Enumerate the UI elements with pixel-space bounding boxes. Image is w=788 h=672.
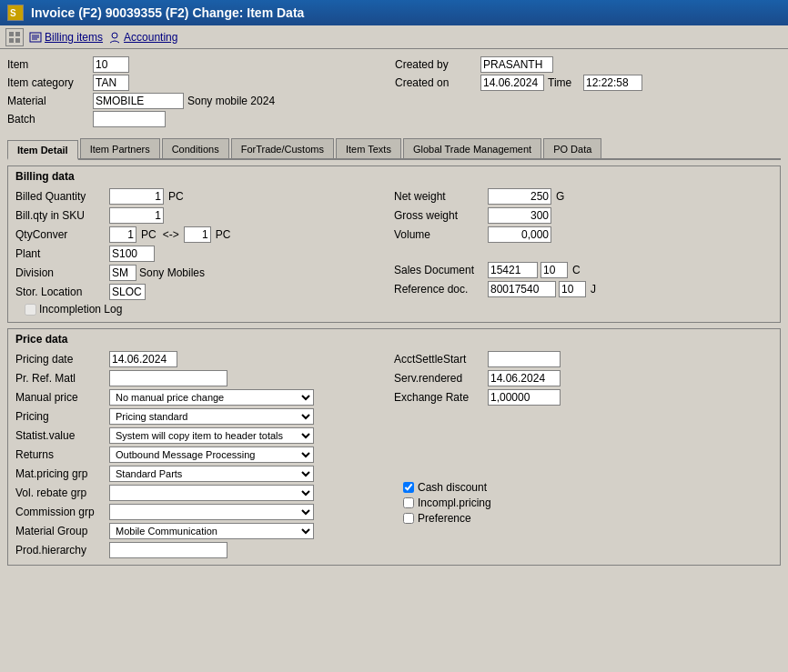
time-input[interactable] xyxy=(583,75,642,91)
sales-doc-item[interactable] xyxy=(540,262,568,278)
billed-qty-row: Billed Quantity PC xyxy=(15,188,385,205)
acct-settle-start-input[interactable] xyxy=(488,351,561,367)
acct-settle-start-label: AcctSettleStart xyxy=(394,353,485,366)
incompl-pricing-row: Incompl.pricing xyxy=(394,496,763,509)
manual-price-select[interactable]: No manual price change Manual price chan… xyxy=(109,389,314,406)
billing-items-label: Billing items xyxy=(45,31,103,44)
material-label: Material xyxy=(7,95,89,107)
pricing-row: Pricing Pricing standard Pricing type A xyxy=(15,408,385,425)
cash-discount-checkbox[interactable] xyxy=(403,482,414,493)
price-left: Pricing date Pr. Ref. Matl Manual price … xyxy=(15,351,394,561)
price-data-title: Price data xyxy=(15,333,773,346)
tab-item-texts[interactable]: Item Texts xyxy=(336,138,401,158)
qty-conver-val2[interactable] xyxy=(184,226,211,243)
stor-loc-input[interactable] xyxy=(109,284,146,300)
sales-doc-label: Sales Document xyxy=(394,264,485,276)
incompletion-log-row: Incompletion Log xyxy=(25,303,385,316)
tab-po-data[interactable]: PO Data xyxy=(543,138,601,158)
incompletion-log-checkbox[interactable] xyxy=(25,304,36,316)
svg-rect-3 xyxy=(15,32,20,36)
exchange-rate-input[interactable] xyxy=(488,389,561,406)
commission-grp-select[interactable] xyxy=(109,504,314,520)
tab-fortrade-customs[interactable]: ForTrade/Customs xyxy=(231,138,334,158)
cash-discount-row: Cash discount xyxy=(394,481,763,494)
mat-pricing-grp-select[interactable]: Standard Parts Option 2 xyxy=(109,466,314,482)
price-data-section: Price data Pricing date Pr. Ref. Matl Ma… xyxy=(7,328,781,566)
returns-row: Returns Outbound Message Processing Opti… xyxy=(15,446,385,463)
volume-row: Volume xyxy=(394,226,763,243)
item-category-input[interactable] xyxy=(93,75,129,91)
main-content: Item Item category Material Sony mobile … xyxy=(0,49,788,569)
volume-input[interactable] xyxy=(488,226,551,243)
qty-conver-val1[interactable] xyxy=(109,226,136,243)
item-category-row: Item category xyxy=(7,75,393,91)
bill-qty-sku-row: Bill.qty in SKU xyxy=(15,207,385,224)
item-category-label: Item category xyxy=(7,76,89,89)
material-group-label: Material Group xyxy=(15,525,106,537)
qty-conver-unit2: PC xyxy=(214,228,233,241)
ref-doc-suffix: J xyxy=(589,283,598,296)
net-weight-input[interactable] xyxy=(488,188,551,205)
material-input[interactable] xyxy=(93,93,184,109)
pricing-label: Pricing xyxy=(15,410,106,423)
toolbar-btn-1[interactable] xyxy=(5,28,24,46)
gross-weight-label: Gross weight xyxy=(394,209,485,222)
vol-rebate-grp-select[interactable] xyxy=(109,485,314,501)
plant-input[interactable] xyxy=(109,246,155,262)
billing-items-link[interactable]: Billing items xyxy=(29,31,103,44)
pr-ref-matl-input[interactable] xyxy=(109,370,227,386)
sales-doc-input[interactable] xyxy=(488,262,538,278)
billed-qty-unit: PC xyxy=(167,190,186,203)
prod-hierarchy-input[interactable] xyxy=(109,542,227,558)
pr-ref-matl-label: Pr. Ref. Matl xyxy=(15,372,106,385)
vol-rebate-grp-label: Vol. rebate grp xyxy=(15,486,106,499)
division-code-input[interactable] xyxy=(109,265,136,281)
vol-rebate-grp-row: Vol. rebate grp xyxy=(15,485,385,501)
statist-value-label: Statist.value xyxy=(15,429,106,442)
ref-doc-item[interactable] xyxy=(559,281,586,297)
batch-label: Batch xyxy=(7,113,89,125)
returns-select[interactable]: Outbound Message Processing Option 2 xyxy=(109,446,314,463)
tab-global-trade[interactable]: Global Trade Management xyxy=(403,138,541,158)
pricing-date-input[interactable] xyxy=(109,351,177,367)
app-icon: S xyxy=(7,5,24,21)
ref-doc-input[interactable] xyxy=(488,281,556,297)
manual-price-row: Manual price No manual price change Manu… xyxy=(15,389,385,406)
bill-qty-sku-input[interactable] xyxy=(109,207,164,224)
header-right: Created by Created on Time xyxy=(395,56,781,129)
batch-input[interactable] xyxy=(93,111,166,127)
svg-rect-4 xyxy=(9,38,14,43)
price-right: AcctSettleStart Serv.rendered Exchange R… xyxy=(394,351,773,561)
ref-doc-row: Reference doc. J xyxy=(394,281,763,297)
item-input[interactable] xyxy=(93,56,129,73)
prod-hierarchy-row: Prod.hierarchy xyxy=(15,542,385,558)
incompl-pricing-checkbox[interactable] xyxy=(403,497,414,508)
billing-right: Net weight G Gross weight Volume xyxy=(394,188,773,318)
created-on-input[interactable] xyxy=(480,75,544,91)
item-row: Item xyxy=(7,56,393,73)
pricing-select[interactable]: Pricing standard Pricing type A xyxy=(109,408,314,425)
statist-value-select[interactable]: System will copy item to header totals O… xyxy=(109,427,314,444)
tab-conditions[interactable]: Conditions xyxy=(162,138,229,158)
acct-settle-start-row: AcctSettleStart xyxy=(394,351,763,367)
billed-qty-input[interactable] xyxy=(109,188,164,205)
tab-item-partners[interactable]: Item Partners xyxy=(80,138,160,158)
created-on-row: Created on Time xyxy=(395,75,781,91)
preference-checkbox[interactable] xyxy=(403,513,414,524)
created-on-label: Created on xyxy=(395,76,477,89)
material-group-select[interactable]: Mobile Communication Option 2 xyxy=(109,523,314,539)
svg-point-10 xyxy=(112,33,117,38)
accounting-link[interactable]: Accounting xyxy=(108,31,177,44)
material-desc: Sony mobile 2024 xyxy=(187,95,275,107)
serv-rendered-input[interactable] xyxy=(488,370,561,386)
returns-label: Returns xyxy=(15,448,106,461)
manual-price-label: Manual price xyxy=(15,391,106,404)
billing-data-title: Billing data xyxy=(15,170,773,183)
pricing-date-label: Pricing date xyxy=(15,353,106,366)
cash-discount-label: Cash discount xyxy=(418,481,487,494)
price-data-grid: Pricing date Pr. Ref. Matl Manual price … xyxy=(15,351,773,561)
created-by-input[interactable] xyxy=(480,56,553,73)
tab-item-detail[interactable]: Item Detail xyxy=(7,140,78,160)
gross-weight-input[interactable] xyxy=(488,207,551,224)
incompl-pricing-label: Incompl.pricing xyxy=(418,496,491,509)
